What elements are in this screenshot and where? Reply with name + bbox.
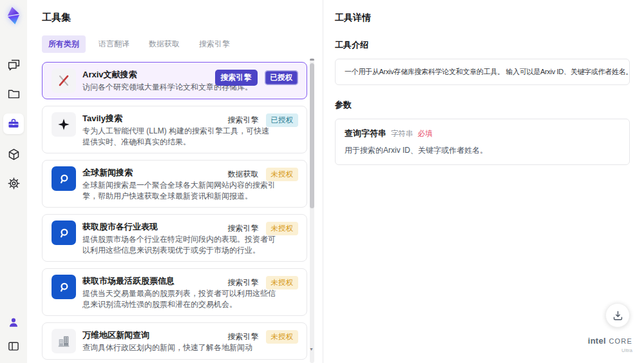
tool-category-badge: 搜索引擎 (228, 277, 259, 288)
tool-category-badge: 搜索引擎 (228, 331, 259, 342)
tool-description: 查询具体行政区划内的新闻，快速了解各地新闻动 (82, 342, 276, 353)
news-blue-icon (52, 166, 76, 191)
scrollbar[interactable]: ▼ (310, 58, 314, 363)
tool-list: Arxiv文献搜索 访问各个研究领域大量科学论文和文章的存储库。 搜索引擎 已授… (42, 62, 307, 360)
tool-category-badge: 搜索引擎 (228, 115, 259, 126)
settings-gear-icon[interactable] (5, 174, 23, 192)
category-tab-2[interactable]: 数据获取 (142, 35, 186, 53)
arxiv-icon (52, 68, 76, 93)
ultra-brand-text: Ultra (588, 346, 632, 355)
tool-status-badge: 未授权 (266, 330, 299, 344)
parameter-card: 查询字符串 字符串 必填 用于搜索的Arxiv ID、关键字或作者姓名。 (335, 119, 630, 165)
tool-card[interactable]: 万维地区新闻查询 查询具体行政区划内的新闻，快速了解各地新闻动 搜索引擎 未授权 (42, 322, 307, 360)
tool-card[interactable]: 获取股市各行业表现 提供股票市场各个行业在特定时间段内的表现。投资者可以利用这些… (42, 214, 307, 262)
tool-card[interactable]: Tavily搜索 专为人工智能代理 (LLM) 构建的搜索引擎工具，可快速提供实… (42, 106, 307, 153)
intel-brand-text: intel (588, 336, 606, 346)
tool-status-badge: 未授权 (266, 276, 299, 289)
download-button[interactable] (605, 303, 630, 328)
tool-status-badge: 已授权 (266, 113, 299, 127)
tool-description: 提供股票市场各个行业在特定时间段内的表现。投资者可以利用这些信息来识别表现优于或… (82, 234, 276, 255)
left-rail (0, 0, 27, 363)
parameter-header: 查询字符串 字符串 必填 (345, 128, 620, 139)
tool-description: 专为人工智能代理 (LLM) 构建的搜索引擎工具，可快速提供实时、准确和真实的结… (82, 126, 276, 147)
toolbox-icon[interactable] (3, 113, 24, 134)
category-tab-3[interactable]: 搜索引擎 (193, 35, 236, 53)
news-blue-icon (52, 275, 76, 299)
tool-card[interactable]: Arxiv文献搜索 访问各个研究领域大量科学论文和文章的存储库。 搜索引擎 已授… (42, 62, 307, 99)
tool-status-badge: 已授权 (265, 70, 299, 85)
parameter-description: 用于搜索的Arxiv ID、关键字或作者姓名。 (345, 145, 620, 156)
category-tab-1[interactable]: 语言翻译 (92, 35, 136, 53)
tool-description: 全球新闻搜索是一个聚合全球各大新闻网站内容的搜索引擎，帮助用户快速获取全球最新资… (82, 180, 276, 201)
intro-heading: 工具介绍 (335, 39, 630, 51)
tool-status-badge: 未授权 (266, 222, 299, 235)
tool-card[interactable]: 全球新闻搜索 全球新闻搜索是一个聚合全球各大新闻网站内容的搜索引擎，帮助用户快速… (42, 160, 307, 208)
category-tab-0[interactable]: 所有类别 (42, 35, 86, 53)
category-tabs: 所有类别语言翻译数据获取搜索引擎 (42, 35, 308, 53)
tool-category-badge: 数据获取 (228, 169, 259, 180)
core-brand-text: CORE (609, 337, 632, 345)
building-icon (52, 329, 76, 353)
tool-category-badge: 搜索引擎 (215, 70, 258, 86)
app-logo-icon (3, 5, 24, 26)
scrollbar-top-cap (310, 59, 314, 61)
tool-detail-panel: 工具详情 工具介绍 一个用于从Arxiv存储库搜索科学论文和文章的工具。 输入可… (324, 0, 644, 363)
parameter-type: 字符串 (391, 129, 413, 139)
cube-icon[interactable] (5, 145, 23, 163)
intel-core-logo: intel CORE Ultra (588, 336, 632, 355)
rail-nav (3, 55, 24, 192)
user-avatar-icon[interactable] (5, 313, 23, 331)
tool-list-panel: 工具集 所有类别语言翻译数据获取搜索引擎 Arxiv文献搜索 访问各个研究领域大… (27, 0, 323, 363)
page-title: 工具集 (42, 12, 308, 24)
tavily-icon (52, 112, 76, 137)
scrollbar-thumb[interactable] (310, 63, 314, 208)
news-blue-icon (52, 221, 76, 245)
tool-status-badge: 未授权 (266, 168, 299, 181)
tool-card[interactable]: 获取市场最活跃股票信息 提供当天交易量最高的股票列表，投资者可以利用这些信息来识… (42, 268, 307, 316)
tool-description: 提供当天交易量最高的股票列表，投资者可以利用这些信息来识别流动性强的股票和潜在的… (82, 288, 276, 309)
tool-category-badge: 搜索引擎 (228, 223, 259, 234)
rail-bottom (5, 313, 23, 355)
detail-title: 工具详情 (335, 12, 630, 24)
params-heading: 参数 (335, 99, 630, 111)
parameter-name: 查询字符串 (345, 128, 386, 139)
chat-icon[interactable] (5, 55, 23, 74)
scrollbar-down-arrow[interactable]: ▼ (309, 347, 314, 351)
panel-toggle-icon[interactable] (5, 337, 23, 355)
folder-icon[interactable] (5, 84, 23, 103)
parameter-required-flag: 必填 (418, 129, 433, 139)
tool-intro-text: 一个用于从Arxiv存储库搜索科学论文和文章的工具。 输入可以是Arxiv ID… (335, 59, 630, 85)
